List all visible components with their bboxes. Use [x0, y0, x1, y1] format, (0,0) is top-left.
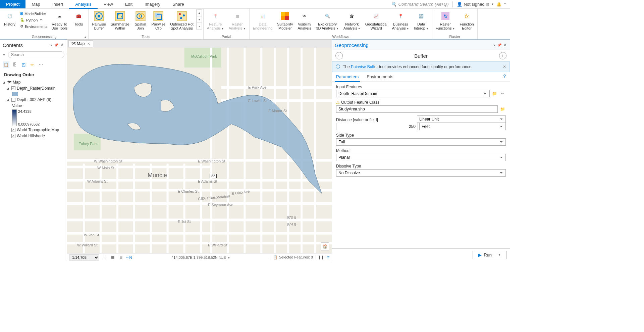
search-input[interactable]: [8, 51, 64, 58]
tab-parameters[interactable]: Parameters: [335, 72, 360, 82]
layer-label: Depth .002 AEP (ft): [17, 97, 51, 102]
close-icon[interactable]: ✕: [87, 42, 90, 46]
geostat-button[interactable]: 📈Geostatistical Wizard: [363, 9, 389, 32]
interop-button[interactable]: 🔄Data Interop▼: [412, 9, 431, 32]
tab-map[interactable]: Map: [25, 0, 46, 8]
tab-analysis[interactable]: Analysis: [69, 0, 97, 9]
edit-icon[interactable]: ✏: [499, 90, 506, 97]
menu-icon[interactable]: ▾: [492, 43, 496, 48]
hotspot-button[interactable]: Optimized Hot Spot Analysis: [168, 9, 196, 32]
input-features-select[interactable]: Depth_RasterDomain: [336, 90, 490, 97]
menu-icon[interactable]: ▾: [49, 43, 53, 48]
pin-icon[interactable]: 📌: [497, 43, 502, 48]
pairwise-clip-button[interactable]: Pairwise Clip: [150, 9, 168, 32]
constraint-icon[interactable]: ·|·: [102, 255, 107, 260]
pause-icon[interactable]: ❚❚: [316, 255, 324, 259]
expand-icon[interactable]: ◢: [7, 98, 10, 101]
back-button[interactable]: ←: [335, 52, 343, 59]
tools-button[interactable]: 🧰 Tools: [70, 9, 87, 28]
tab-share[interactable]: Share: [166, 0, 190, 8]
toc-layer-depth-aep[interactable]: ◢ Depth .002 AEP (ft): [0, 97, 67, 103]
modelbuilder-button[interactable]: ⊞ModelBuilder: [19, 11, 49, 16]
dissolve-select[interactable]: No Dissolve: [336, 169, 506, 177]
refresh-icon[interactable]: ⟳: [327, 255, 330, 259]
spatial-join-button[interactable]: Spatial Join: [132, 9, 149, 32]
command-search[interactable]: 🔍 Command Search (Alt+Q): [391, 2, 449, 7]
tab-project[interactable]: Project: [0, 0, 25, 8]
checkbox[interactable]: ✓: [11, 86, 15, 90]
tab-view[interactable]: View: [98, 0, 119, 8]
collapse-ribbon-icon[interactable]: ^: [504, 2, 506, 6]
map-canvas[interactable]: Muncie McCulloch Park Tuhey Park W Washi…: [67, 48, 332, 253]
side-type-select[interactable]: Full: [336, 138, 506, 146]
distance-value-input[interactable]: [336, 123, 418, 130]
history-button[interactable]: 🕐 History: [1, 9, 18, 28]
browse-icon[interactable]: 📁: [491, 90, 498, 97]
notification-icon[interactable]: 🔔: [496, 2, 501, 7]
python-button[interactable]: 🐍Python▼: [19, 17, 49, 23]
pin-icon[interactable]: 📌: [54, 43, 59, 48]
network-button[interactable]: 🛣Network Analysis▼: [341, 9, 363, 32]
output-fc-input[interactable]: [336, 105, 498, 113]
function-editor-button[interactable]: fxFunction Editor: [458, 9, 476, 32]
summarize-within-button[interactable]: Summarize Within: [109, 9, 131, 32]
raster-analysis-button[interactable]: ▦Raster Analysis▼: [227, 9, 248, 32]
gallery-scroll: ▲ ▼ ▾: [196, 9, 202, 30]
checkbox[interactable]: ✓: [11, 128, 15, 132]
info-link[interactable]: Pairwise Buffer: [351, 64, 378, 69]
list-by-editing-icon[interactable]: ✏: [29, 61, 36, 68]
gallery-up[interactable]: ▲: [197, 9, 202, 16]
method-select[interactable]: Planar: [336, 154, 506, 161]
launcher-icon[interactable]: ◢: [84, 35, 86, 39]
tab-imagery[interactable]: Imagery: [139, 0, 166, 8]
data-eng-button[interactable]: 📊Data Engineering: [251, 9, 275, 32]
exploratory-button[interactable]: 🔍Exploratory 3D Analysis▼: [314, 9, 340, 32]
distance-type-select[interactable]: Linear Unit: [417, 115, 506, 123]
snapping-icon[interactable]: ▦: [110, 255, 115, 260]
tab-insert[interactable]: Insert: [46, 0, 69, 8]
signin-button[interactable]: 👤 Not signed in ▼: [457, 2, 494, 7]
feature-analysis-button[interactable]: 📍Feature Analysis▼: [205, 9, 226, 32]
visibility-button[interactable]: 👁Visibility Analysis: [296, 9, 313, 32]
scale-select[interactable]: 1:14,705: [69, 254, 99, 260]
suitability-button[interactable]: Suitability Modeler: [275, 9, 295, 32]
close-icon[interactable]: ✕: [502, 43, 507, 48]
info-banner: ⓘ The Pairwise Buffer tool provides enha…: [332, 61, 510, 72]
dynamic-icon[interactable]: ↔N: [126, 255, 131, 260]
raster-functions-button[interactable]: fxRaster Functions▼: [434, 9, 457, 32]
lbl: Function Editor: [460, 22, 474, 30]
checkbox[interactable]: [11, 98, 15, 102]
toc-map[interactable]: ◢ 🗺 Map: [0, 79, 67, 85]
list-by-drawing-icon[interactable]: 📋: [3, 61, 9, 68]
ready-tools-button[interactable]: ☁ Ready To Use Tools: [49, 9, 69, 32]
add-button[interactable]: +: [499, 52, 506, 59]
more-icon[interactable]: ⋯: [38, 61, 44, 68]
map-tab[interactable]: 🗺 Map ✕: [68, 40, 93, 47]
toc-layer-depth-raster[interactable]: ◢ ✓ Depth_RasterDomain: [0, 85, 67, 91]
grid-icon[interactable]: ⊞: [118, 255, 123, 260]
tab-edit[interactable]: Edit: [119, 0, 139, 8]
suitability-icon: [280, 11, 290, 21]
expand-icon[interactable]: ◢: [7, 87, 10, 90]
menu-bar: Project Map Insert Analysis View Edit Im…: [0, 0, 510, 9]
expand-icon[interactable]: ◢: [3, 81, 6, 84]
list-by-selection-icon[interactable]: ◳: [20, 61, 27, 68]
tab-environments[interactable]: Environments: [365, 72, 394, 82]
distance-unit-select[interactable]: Feet: [419, 123, 506, 130]
list-by-source-icon[interactable]: 🗄: [11, 61, 18, 68]
gallery-down[interactable]: ▼: [197, 16, 202, 23]
browse-icon[interactable]: 📁: [499, 106, 506, 112]
toc-basemap-hillshade[interactable]: ✓ World Hillshade: [0, 133, 67, 139]
navigator-icon[interactable]: 🏠: [321, 242, 329, 250]
environments-button[interactable]: ⚙Environments: [19, 23, 49, 29]
gallery-expand[interactable]: ▾: [197, 23, 202, 30]
filter-icon[interactable]: ▼: [2, 52, 6, 57]
help-icon[interactable]: ?: [502, 72, 507, 82]
close-icon[interactable]: ✕: [503, 64, 506, 69]
close-icon[interactable]: ✕: [59, 43, 64, 48]
pairwise-buffer-button[interactable]: Pairwise Buffer: [90, 9, 108, 32]
checkbox[interactable]: ✓: [11, 134, 15, 138]
run-button[interactable]: ▶Run▼: [473, 251, 506, 259]
business-button[interactable]: 📍Business Analysis▼: [390, 9, 411, 32]
toc-basemap-topo[interactable]: ✓ World Topographic Map: [0, 127, 67, 133]
